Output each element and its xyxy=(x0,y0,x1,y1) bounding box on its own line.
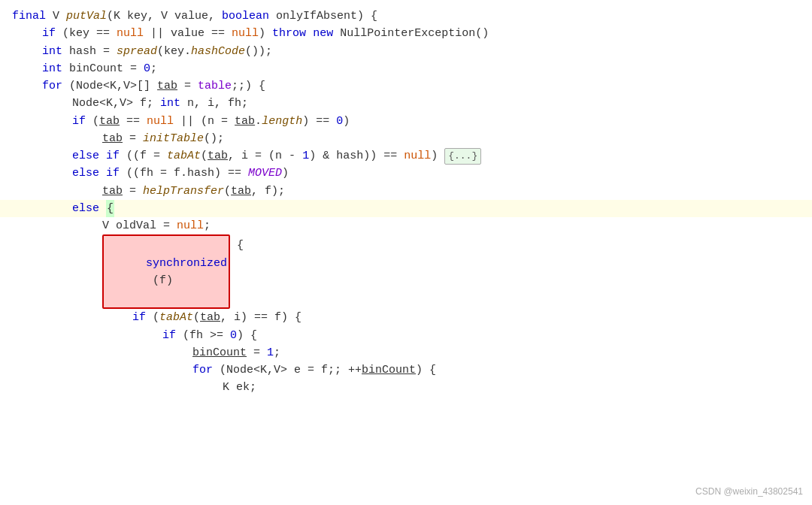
code-line-13: V oldVal = null ; xyxy=(0,217,812,234)
num-1: 1 xyxy=(302,147,309,165)
collapsed-block1[interactable]: {...} xyxy=(444,148,481,165)
code-line-2: if (key == null || value == null ) throw… xyxy=(0,25,812,42)
null-keyword5: null xyxy=(177,217,204,234)
code-line-12: else { xyxy=(0,200,812,217)
code-line-16: if (fh >= 0 ) { xyxy=(0,327,812,344)
code-line-10: else if ((fh = f.hash) == MOVED ) xyxy=(0,165,812,182)
method-inittable: initTable xyxy=(143,130,204,147)
var-tab3: tab xyxy=(235,113,255,130)
code-line-4: int binCount = 0 ; xyxy=(0,60,812,77)
keyword-else3: else xyxy=(72,200,99,217)
var-tab5: tab xyxy=(208,147,228,165)
keyword-else2: else xyxy=(72,165,99,182)
keyword-else1: else xyxy=(72,147,99,165)
code-line-9: else if ((f = tabAt ( tab , i = (n - 1 )… xyxy=(0,147,812,165)
num-0c: 0 xyxy=(230,327,237,344)
var-tab4: tab xyxy=(102,130,123,147)
code-line-14: synchronized (f) { xyxy=(0,234,812,309)
field-table: table xyxy=(198,77,232,95)
synchronized-highlight: synchronized (f) xyxy=(102,234,230,309)
var-bincount2: binCount xyxy=(362,361,416,379)
null-keyword3: null xyxy=(147,113,174,130)
keyword-if4: if xyxy=(106,165,120,182)
keyword-int1: int xyxy=(42,43,62,60)
code-line-18: for (Node<K,V> e = f;; ++ binCount ) { xyxy=(0,361,812,379)
code-line-5: for (Node<K,V>[] tab = table ;;) { xyxy=(0,77,812,95)
watermark: CSDN @weixin_43802541 xyxy=(695,485,803,499)
null-keyword: null xyxy=(117,25,144,42)
var-tab6: tab xyxy=(102,183,123,200)
var-tab2: tab xyxy=(99,113,120,130)
keyword-synchronized: synchronized xyxy=(146,257,227,270)
code-line-17: binCount = 1 ; xyxy=(0,344,812,361)
code-line-19: K ek; xyxy=(0,379,812,396)
keyword-if2: if xyxy=(72,113,86,130)
num-0b: 0 xyxy=(336,113,343,130)
open-brace: { xyxy=(106,200,114,217)
method-tabat1: tabAt xyxy=(167,147,201,165)
keyword-if: if xyxy=(42,25,56,42)
keyword-int3: int xyxy=(160,95,180,112)
keyword-throw: throw xyxy=(272,25,306,42)
method-putval: putVal xyxy=(66,8,107,25)
code-line-7: if ( tab == null || (n = tab . length ) … xyxy=(0,113,812,130)
const-moved: MOVED xyxy=(248,165,282,182)
var-tab7: tab xyxy=(231,183,251,200)
method-spread: spread xyxy=(117,43,157,60)
code-container: final V putVal (K key, V value, boolean … xyxy=(0,0,812,505)
code-line-1: final V putVal (K key, V value, boolean … xyxy=(0,8,812,25)
method-tabat2: tabAt xyxy=(159,309,193,326)
method-helptransfer: helpTransfer xyxy=(143,183,224,200)
keyword-for: for xyxy=(42,77,62,95)
keyword-if6: if xyxy=(162,327,176,344)
code-line-6: Node<K,V> f; int n, i, fh; xyxy=(0,95,812,112)
code-line-11: tab = helpTransfer ( tab , f); xyxy=(0,183,812,200)
var-tab1: tab xyxy=(157,77,177,95)
var-bincount: binCount xyxy=(192,344,247,361)
null-keyword4: null xyxy=(404,147,431,165)
keyword-int2: int xyxy=(42,60,62,77)
keyword-final: final xyxy=(12,8,46,25)
keyword-new: new xyxy=(313,25,333,42)
code-line-15: if ( tabAt ( tab , i) == f) { xyxy=(0,309,812,326)
code-line-3: int hash = spread (key. hashCode ()); xyxy=(0,43,812,60)
num-0: 0 xyxy=(144,60,150,77)
keyword-if5: if xyxy=(132,309,146,326)
code-line-8: tab = initTable (); xyxy=(0,130,812,147)
keyword-if3: if xyxy=(106,147,120,165)
method-hashcode: hashCode xyxy=(191,43,245,60)
keyword-boolean: boolean xyxy=(222,8,269,25)
keyword-for2: for xyxy=(192,361,213,379)
var-tab8: tab xyxy=(200,309,220,326)
null-keyword2: null xyxy=(232,25,259,42)
num-1b: 1 xyxy=(267,344,274,361)
method-length: length xyxy=(262,113,302,130)
